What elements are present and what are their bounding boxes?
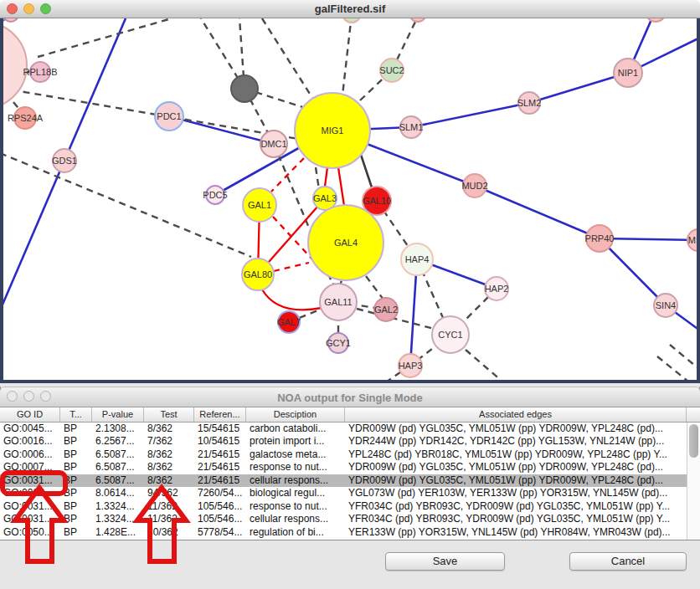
node-label-GDS1: GDS1 [52, 156, 77, 166]
table-cell: BP [60, 435, 92, 448]
table-cell: 2.1308... [92, 423, 144, 435]
noa-window: NOA output for Single Mode GO IDT...P-va… [0, 387, 700, 589]
column-header[interactable]: GO ID [0, 407, 60, 422]
column-header[interactable]: T... [60, 407, 92, 422]
button-bar: Save Cancel [0, 540, 700, 589]
edge[interactable] [338, 167, 344, 206]
node-pink-top-right[interactable] [646, 18, 666, 22]
table-cell: YGL073W (pd) YER103W, YER133W (pp) YOR31… [345, 487, 687, 499]
table-row[interactable]: GO:0031...BP1.3324...11/362105/546...res… [0, 500, 700, 513]
edge[interactable] [411, 103, 529, 127]
node-label-MUD2: MUD2 [461, 181, 487, 191]
node-label-GAL80: GAL80 [244, 269, 272, 279]
node-label-MIG1: MIG1 [322, 125, 344, 136]
node-label-HAP3: HAP3 [399, 361, 423, 371]
table-cell: 6.2567... [92, 435, 144, 448]
graph-titlebar[interactable]: galFiltered.sif [0, 0, 700, 18]
node-label-GAL7: GAL7 [277, 317, 301, 327]
table-cell: YFR034C (pd) YBR093C, YDR009W (pd) YGL03… [345, 500, 687, 513]
table-cell: 80/362 [144, 526, 194, 539]
table-body[interactable]: GO:0045...BP2.1308...8/36215/54615carbon… [0, 423, 700, 540]
node-frag-pink[interactable] [3, 18, 18, 22]
table-cell: 10/54615 [194, 435, 246, 448]
column-header[interactable]: Test [144, 407, 194, 422]
graph-window-title: galFiltered.sif [0, 3, 700, 15]
table-row[interactable]: GO:0016...BP6.2567...7/36210/54615protei… [0, 435, 700, 448]
table-cell: YPL248C (pd) YBR018C, YML051W (pp) YDR00… [345, 448, 687, 461]
column-header[interactable]: Referen... [194, 407, 246, 422]
table-cell: GO:0065... [0, 487, 60, 499]
table-row[interactable]: GO:0031...BP6.5087...8/36221/54615cellul… [0, 474, 700, 487]
column-header[interactable]: P-value [92, 407, 144, 422]
edge[interactable] [0, 153, 251, 257]
edge[interactable] [342, 18, 352, 95]
edge[interactable] [0, 88, 308, 141]
table-cell: GO:0031... [0, 474, 60, 487]
table-cell: YER133W (pp) YOR315W, YNL145W (pd) YHR08… [345, 526, 687, 539]
table-cell: 21/54615 [194, 448, 246, 461]
edge[interactable] [657, 356, 688, 382]
vertical-scrollbar[interactable] [687, 423, 700, 540]
edge[interactable] [466, 350, 502, 382]
node-gray-node[interactable] [231, 75, 258, 102]
table-header[interactable]: GO IDT...P-valueTestReferen...Desciption… [0, 407, 700, 423]
save-button[interactable]: Save [385, 552, 505, 571]
table-cell: GO:0045... [0, 423, 60, 435]
edge[interactable] [274, 263, 309, 271]
table-cell: 1.3324... [92, 513, 144, 525]
node-label-DMC1: DMC1 [260, 139, 286, 149]
table-cell: 6.5087... [92, 448, 144, 461]
table-cell: 21/54615 [194, 461, 246, 474]
table-cell: 15/54615 [194, 423, 246, 435]
table-cell: 7260/54... [194, 487, 246, 499]
table-row[interactable]: GO:0006...BP6.5087...8/36221/54615galact… [0, 448, 700, 461]
table-cell: 105/546... [194, 500, 246, 513]
table-row[interactable]: GO:0050...BP1.428E...80/3625778/54...reg… [0, 526, 700, 539]
network-canvas[interactable]: RPL18BRPS24AGDS1PDC1DMC1GAL10MIG1SUC2SLM… [0, 18, 700, 383]
table-row[interactable]: GO:0065...BP8.0614...94/3627260/54...bio… [0, 487, 700, 499]
column-header[interactable]: Desciption [246, 407, 345, 422]
node-label-GAL1: GAL1 [248, 200, 271, 210]
window-border-bottom [0, 380, 700, 383]
edge[interactable] [38, 18, 172, 57]
node-label-SUC2: SUC2 [379, 65, 404, 75]
table-cell: response to nut... [246, 500, 345, 513]
scrollbar-thumb[interactable] [689, 424, 698, 458]
column-header[interactable]: Associated edges [345, 407, 687, 422]
edge[interactable] [271, 158, 304, 192]
table-cell: 8/362 [144, 448, 194, 461]
node-green-top[interactable] [342, 18, 361, 23]
table-cell: protein import i... [246, 435, 345, 448]
table-cell: GO:0007... [0, 461, 60, 474]
table-row[interactable]: GO:0031...BP1.3324...11/362105/546...cel… [0, 513, 700, 525]
table-cell: YDR009W (pd) YGL035C, YML051W (pp) YDR00… [345, 423, 687, 435]
noa-window-title: NOA output for Single Mode [0, 392, 700, 404]
cancel-button[interactable]: Cancel [569, 552, 687, 571]
edge[interactable] [475, 186, 600, 238]
noa-titlebar[interactable]: NOA output for Single Mode [0, 387, 700, 407]
edge[interactable] [262, 18, 314, 100]
table-cell: BP [60, 526, 92, 539]
table-cell: 8/362 [144, 474, 194, 487]
edge[interactable] [600, 238, 698, 240]
edge[interactable] [360, 152, 373, 190]
screen: RPL18BRPS24AGDS1PDC1DMC1GAL10MIG1SUC2SLM… [0, 0, 700, 589]
table-cell: BP [60, 461, 92, 474]
node-label-GAL11: GAL11 [324, 297, 352, 307]
node-big-left[interactable] [0, 22, 27, 109]
node-label-HAP2: HAP2 [485, 284, 509, 294]
node-pink-top-mid[interactable] [409, 18, 426, 22]
table-row[interactable]: GO:0007...BP6.5087...8/36221/54615respon… [0, 461, 700, 474]
edge[interactable] [262, 289, 322, 310]
table-cell: 1.3324... [92, 500, 144, 513]
edge[interactable] [670, 345, 700, 370]
edge[interactable] [325, 167, 327, 187]
table-row[interactable]: GO:0045...BP2.1308...8/36215/54615carbon… [0, 423, 700, 435]
table-cell: 6.5087... [92, 461, 144, 474]
edge[interactable] [366, 276, 383, 300]
node-label-HAP4: HAP4 [405, 254, 430, 264]
node-label-GCY1: GCY1 [326, 338, 351, 348]
table-cell: 11/362 [144, 513, 194, 525]
table-cell: galactose meta... [246, 448, 345, 461]
edge[interactable] [529, 73, 628, 103]
